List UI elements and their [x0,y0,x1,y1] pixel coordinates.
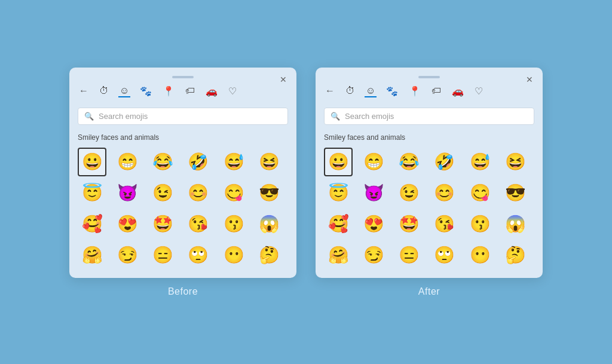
drag-handle [172,76,194,78]
nav-icon-objects[interactable]: 🏷 [184,84,196,97]
nav-icon-recent[interactable]: ⏱ [344,84,356,97]
emoji-cell[interactable]: 😋 [219,179,248,207]
emoji-cell[interactable]: 😶 [466,241,494,270]
emoji-panel-before: ✕←⏱☺🐾📍🏷🚗♡🔍Search emojisSmiley faces and … [69,68,296,278]
panel-wrap-before: ✕←⏱☺🐾📍🏷🚗♡🔍Search emojisSmiley faces and … [69,68,296,297]
emoji-cell[interactable]: 😍 [359,210,388,238]
nav-icon-smiley[interactable]: ☺ [365,84,377,97]
emoji-cell[interactable]: 😀 [324,148,353,176]
nav-icon-objects[interactable]: 🏷 [430,84,442,97]
emoji-cell[interactable]: 🤣 [430,148,459,176]
emoji-cell[interactable]: 😅 [466,148,494,176]
emoji-grid: 😀😁😂🤣😅😆😇😈😉😊😋😎🥰😍🤩😘😗😱🤗😏😑🙄😶🤔 [78,148,288,270]
emoji-cell[interactable]: 😏 [113,241,142,270]
nav-icon-animals[interactable]: 🐾 [385,84,399,98]
emoji-cell[interactable]: 😱 [255,210,284,238]
emoji-cell[interactable]: 🥰 [324,210,353,238]
emoji-grid: 😀😁😂🤣😅😆😇😈😉😊😋😎🥰😍🤩😘😗😱🤗😏😑🙄😶🤔 [324,148,534,270]
emoji-cell[interactable]: 😎 [255,179,284,207]
emoji-cell[interactable]: 😗 [219,210,248,238]
emoji-cell[interactable]: 🤩 [395,210,424,238]
panels-row: ✕←⏱☺🐾📍🏷🚗♡🔍Search emojisSmiley faces and … [69,68,543,297]
search-icon: 🔍 [84,112,94,121]
search-bar[interactable]: 🔍Search emojis [324,108,534,125]
panel-label-before: Before [168,286,198,297]
close-button[interactable]: ✕ [279,75,288,84]
nav-icon-symbols[interactable]: ♡ [473,84,484,98]
close-button[interactable]: ✕ [525,75,534,84]
emoji-cell[interactable]: 😍 [113,210,142,238]
emoji-cell[interactable]: 😉 [149,179,178,207]
nav-icon-recent[interactable]: ⏱ [98,84,110,97]
emoji-cell[interactable]: 😏 [359,241,388,270]
emoji-cell[interactable]: 😘 [430,210,459,238]
nav-bar: ←⏱☺🐾📍🏷🚗♡ [78,84,288,100]
nav-icon-back[interactable]: ← [324,84,336,97]
emoji-cell[interactable]: 😅 [219,148,248,176]
panel-label-after: After [418,286,440,297]
nav-bar: ←⏱☺🐾📍🏷🚗♡ [324,84,534,100]
emoji-cell[interactable]: 🙄 [430,241,459,270]
emoji-cell[interactable]: 😎 [501,179,530,207]
emoji-cell[interactable]: 😋 [466,179,494,207]
emoji-cell[interactable]: 😱 [501,210,530,238]
nav-icon-travel[interactable]: 🚗 [204,84,219,98]
emoji-cell[interactable]: 😊 [184,179,213,207]
nav-icon-places[interactable]: 📍 [408,84,422,98]
emoji-cell[interactable]: 😁 [359,148,388,176]
search-bar[interactable]: 🔍Search emojis [78,108,288,125]
search-placeholder-text: Search emojis [99,112,148,121]
nav-icon-smiley[interactable]: ☺ [118,84,130,97]
emoji-cell[interactable]: 😉 [395,179,424,207]
emoji-panel-after: ✕←⏱☺🐾📍🏷🚗♡🔍Search emojisSmiley faces and … [316,68,543,278]
emoji-cell[interactable]: 🤗 [78,241,106,270]
emoji-cell[interactable]: 🤗 [324,241,353,270]
emoji-cell[interactable]: 🥰 [78,210,106,238]
search-placeholder-text: Search emojis [345,112,394,121]
panel-wrap-after: ✕←⏱☺🐾📍🏷🚗♡🔍Search emojisSmiley faces and … [316,68,543,297]
emoji-cell[interactable]: 😆 [255,148,284,176]
nav-icon-symbols[interactable]: ♡ [227,84,238,98]
emoji-cell[interactable]: 😗 [466,210,494,238]
nav-icon-places[interactable]: 📍 [161,84,176,98]
title-bar: ✕ [78,76,288,78]
emoji-cell[interactable]: 😘 [184,210,213,238]
emoji-cell[interactable]: 😈 [113,179,142,207]
drag-handle [418,76,440,78]
title-bar: ✕ [324,76,534,78]
emoji-cell[interactable]: 😑 [395,241,424,270]
emoji-cell[interactable]: 🙄 [184,241,213,270]
emoji-cell[interactable]: 😶 [219,241,248,270]
emoji-cell[interactable]: 😈 [359,179,388,207]
emoji-cell[interactable]: 😂 [395,148,424,176]
section-title: Smiley faces and animals [324,133,534,142]
nav-icon-animals[interactable]: 🐾 [139,84,153,98]
section-title: Smiley faces and animals [78,133,288,142]
emoji-cell[interactable]: 😇 [324,179,353,207]
emoji-cell[interactable]: 😇 [78,179,106,207]
emoji-cell[interactable]: 😆 [501,148,530,176]
emoji-cell[interactable]: 😊 [430,179,459,207]
emoji-cell[interactable]: 😂 [149,148,178,176]
emoji-cell[interactable]: 😁 [113,148,142,176]
emoji-cell[interactable]: 🤔 [501,241,530,270]
nav-icon-back[interactable]: ← [78,84,90,97]
emoji-cell[interactable]: 🤔 [255,241,284,270]
emoji-cell[interactable]: 🤣 [184,148,213,176]
emoji-cell[interactable]: 😀 [78,148,106,176]
search-icon: 🔍 [331,112,340,121]
nav-icon-travel[interactable]: 🚗 [451,84,465,98]
emoji-cell[interactable]: 🤩 [149,210,178,238]
emoji-cell[interactable]: 😑 [149,241,178,270]
